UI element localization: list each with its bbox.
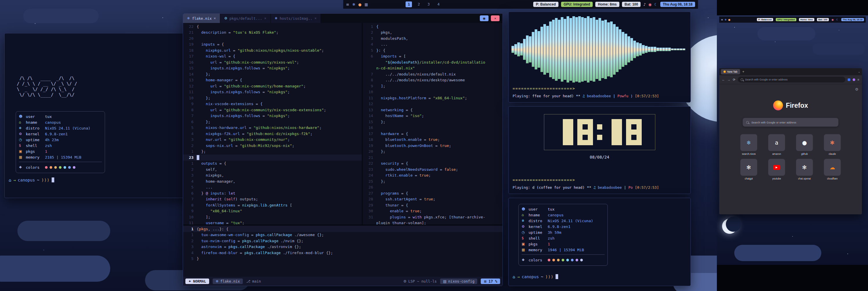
workspace-tag-3[interactable]: 3 [425,1,432,7]
prompt-arrow: → [13,178,16,182]
menu-icon[interactable]: ≡ [721,18,723,21]
shortcut-chatgpt[interactable]: ✻chatgpt [738,159,760,180]
shortcut-github[interactable]: ●github [794,134,815,155]
code-line: 18 nixpkgs.url = "github:nixos/nixpkgs/n… [183,47,362,53]
browser-tab[interactable]: New Tab [721,69,740,74]
code-line: 16 url = "github:nix-community/nixos-wsl… [183,59,362,65]
cava-bar [683,49,685,50]
nix-tag-icon[interactable]: ❄ [352,2,355,7]
workspace-tag-4[interactable]: 4 [435,1,441,7]
clock-window[interactable]: 08/08/24 =====================> Playing:… [508,106,691,194]
shortcut-youtube[interactable]: ▶youtube [766,159,788,180]
eye-button[interactable]: ◉ [480,16,489,21]
volume-icon[interactable]: ♪ [643,2,646,7]
personalize-gear-icon[interactable]: ⚙ [855,87,859,91]
code-line: 17 hardware = { [363,131,503,137]
file-type-icon: ❄ [216,279,218,284]
editor-pane-iso[interactable]: 1{2 pkgs,3 modulesPath,4 ...5}: {6 impor… [363,23,503,225]
firefox-brand: Firefox [719,84,862,110]
extension-icon[interactable] [848,79,850,81]
code-line: 20 }; [363,149,503,155]
color-dot [580,259,583,261]
firefox-window[interactable]: New Tab + ⌄ ← → ⟳ Search with Google or … [719,68,862,214]
cava-window[interactable]: =====================> Playing: ffee for… [508,11,691,103]
account-icon[interactable] [852,79,855,81]
clock-chip: Thu Aug 08, 18:18 [841,18,864,21]
cava-bar [662,48,665,51]
cloud [813,43,865,55]
editor-tab[interactable]: ❄flake.nix× [183,13,220,23]
cava-bar [520,43,523,56]
stars [0,0,1,1]
shell-prompt[interactable]: ⌂ → canopus ~ ))) [9,177,54,182]
workspace-tag-1[interactable]: 1 [406,1,412,7]
code-line: 1 }; [183,149,362,155]
new-tab-button[interactable]: + [742,70,744,74]
shortcut-claude[interactable]: ✱claude [821,134,843,155]
editor-pane-flake[interactable]: 22{21 description = "tux's NixOS Flake";… [183,23,362,225]
code-line: 3 nixpkgs, [183,173,362,179]
tab-list-chevron-icon[interactable]: ⌄ [858,70,860,73]
code-line: 14 }; [183,71,362,77]
cava-bar [639,43,642,56]
cursor-block [556,274,558,279]
fetch-info-box: ☻usertux⌂hnamecanopus❄distroNixOS 24.11 … [519,204,608,266]
cava-bar [587,16,589,83]
close-window-button[interactable]: × [491,16,500,21]
color-dot [73,166,75,169]
shortcut-search.nixos[interactable]: ❄search.nixos [738,134,760,155]
menu-icon[interactable]: ≡ [346,2,349,7]
shortcut-chat.openai[interactable]: ✻chat.openai [794,159,815,180]
tab-close-icon[interactable]: × [264,16,266,20]
reload-icon[interactable]: ⟳ [733,78,736,82]
neovim-window[interactable]: ❄flake.nix×⚙pkgs/default...×❄hosts/isoIm… [183,13,503,286]
search-icon [741,79,743,81]
workspace-tag-2[interactable]: 2 [415,1,422,7]
shell-prompt[interactable]: ⌂ → canopus ~ ))) [513,274,558,279]
shortcut-cloudflare[interactable]: ☁cloudflare [821,159,843,180]
address-bar[interactable]: Search with Google or enter address [738,77,845,83]
editor-pane-pkgs[interactable]: 1{pkgs, ...}: {1 tux-awesome-wm-config =… [183,225,503,278]
cava-bar [607,22,610,77]
prompt-arrow: → [517,274,520,279]
power-icon[interactable]: ◉ [648,2,652,7]
firefox-tag-icon[interactable]: ● [358,2,362,7]
cava-bar [581,17,584,82]
distro-icon: ❄ [19,126,26,130]
fetch-terminal-right[interactable]: ☻usertux⌂hnamecanopus❄distroNixOS 24.11 … [508,198,691,286]
night-mode-icon[interactable]: ☾ [836,18,839,21]
night-mode-icon[interactable]: ☾ [654,2,658,7]
code-line: 4 ... [363,41,503,48]
code-line: 4 home-manager, [183,178,362,184]
statusline-file: ❄flake.nix [213,279,243,284]
forward-icon[interactable]: → [727,78,731,81]
editor-tab[interactable]: ⚙pkgs/default...× [220,13,271,23]
power-icon[interactable]: ◉ [832,18,834,21]
editor-tab[interactable]: ❄hosts/isoImag..× [271,13,321,23]
top-bar-secondary: ≡ ❄ ● P: Balanced GPU: Integrated Home: … [719,17,866,23]
statusline-right: ⚙LSP ~ null-ls ▤nixos-config ≡17 % [403,279,500,284]
terminal-tag-icon[interactable]: ▦ [364,2,368,7]
shortcut-amazon[interactable]: aamazon [766,134,788,155]
fetch-colors-row: ❖ colors [19,162,102,171]
code-line: 23 [183,154,362,161]
firefox-tag-icon[interactable]: ● [728,18,731,21]
newtab-search-input[interactable]: Search with Google or enter address [743,118,838,127]
code-line: 8 forAllSystems = nixpkgs.lib.genAttrs [ [183,202,362,208]
hamburger-menu-icon[interactable]: ≡ [858,78,859,81]
colors-label: colors [26,165,45,170]
cava-bar [526,35,529,63]
fetch-info-box: ☻usertux⌂hnamecanopus❄distroNixOS 24.11 … [16,111,105,173]
code-line: 7 ../../modules/nixos/default.nix [363,71,503,77]
cava-bar [549,22,552,77]
tab-close-icon[interactable]: × [214,16,216,20]
cava-bar [590,18,592,81]
tab-close-icon[interactable]: × [314,16,316,20]
back-icon[interactable]: ← [722,78,725,81]
clock-digit [558,119,573,145]
code-line: 11 nixpkgs.hostPlatform = "x86_64-linux"… [363,95,503,101]
cava-bar [651,47,653,52]
cava-bar [636,42,639,56]
nix-tag-icon[interactable]: ❄ [725,18,727,21]
fetch-row-memory: ▦memory2185 | 15394 MiB [19,154,102,160]
